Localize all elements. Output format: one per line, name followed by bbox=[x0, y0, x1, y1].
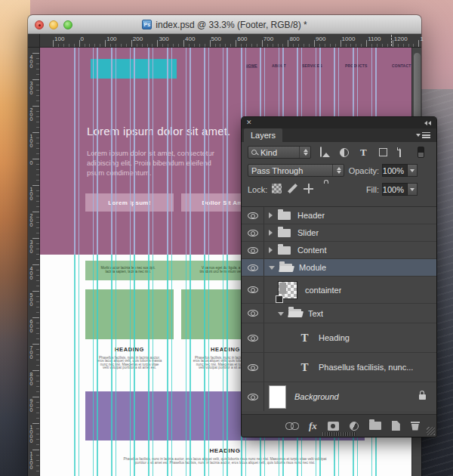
panel-tab-layers[interactable]: Layers bbox=[244, 128, 282, 142]
content-column: HEADINGPhasellus facilisis, nunc in laci… bbox=[85, 289, 174, 379]
opacity-dropdown-arrow[interactable] bbox=[408, 164, 418, 177]
blend-mode-value: Pass Through bbox=[251, 166, 303, 175]
chevron-updown-icon bbox=[299, 147, 308, 158]
layer-name[interactable]: Header bbox=[297, 211, 325, 220]
visibility-toggle[interactable] bbox=[242, 353, 264, 382]
layer-row[interactable]: Module bbox=[242, 259, 436, 277]
disclosure-triangle-icon[interactable] bbox=[278, 312, 284, 316]
layer-name[interactable]: Phasellus facilisis, nunc... bbox=[319, 363, 413, 372]
visibility-toggle[interactable] bbox=[242, 304, 264, 323]
layer-row[interactable]: Background bbox=[242, 382, 436, 411]
visibility-toggle[interactable] bbox=[242, 259, 264, 276]
lock-pixels-icon[interactable] bbox=[288, 184, 297, 193]
nav-item: ABOUT bbox=[272, 63, 286, 68]
layer-styles-fx-icon[interactable]: fx bbox=[309, 421, 317, 431]
filter-shape-icon[interactable] bbox=[379, 148, 387, 156]
panel-menu-icon[interactable] bbox=[416, 132, 430, 138]
visibility-toggle[interactable] bbox=[242, 224, 264, 241]
ruler-label: 800 bbox=[29, 372, 34, 385]
window-titlebar[interactable]: Ps index.psd @ 33.3% (Footer, RGB/8) * bbox=[28, 15, 421, 34]
ruler-label: 500 bbox=[29, 292, 34, 306]
chevron-updown-icon bbox=[332, 165, 341, 176]
new-layer-icon[interactable] bbox=[392, 421, 400, 431]
footer-paragraph: Phasellus facilisis, nunc in lacinia auc… bbox=[48, 457, 402, 474]
layer-name[interactable]: Content bbox=[297, 246, 327, 255]
disclosure-triangle-icon[interactable] bbox=[269, 212, 273, 218]
filter-adjustment-icon[interactable] bbox=[340, 148, 349, 157]
horizontal-ruler[interactable]: 1000100200300400500600700800900100011001… bbox=[28, 34, 421, 48]
layer-name[interactable]: Slider bbox=[297, 228, 319, 237]
transform-badge-icon bbox=[276, 295, 283, 303]
add-layer-mask-icon[interactable] bbox=[328, 422, 339, 431]
fill-dropdown-arrow[interactable] bbox=[408, 183, 418, 196]
layer-row[interactable]: THeading bbox=[242, 323, 436, 353]
visibility-toggle[interactable] bbox=[242, 277, 264, 303]
layer-row[interactable]: TPhasellus facilisis, nunc... bbox=[242, 353, 436, 382]
folder-icon bbox=[278, 229, 291, 237]
panel-collapse-icon[interactable] bbox=[424, 121, 431, 125]
panel-close-icon[interactable]: ✕ bbox=[246, 119, 252, 127]
layer-row[interactable]: Header bbox=[242, 207, 436, 224]
layer-row[interactable]: Content bbox=[242, 242, 436, 259]
filter-smartobject-icon[interactable] bbox=[399, 147, 401, 157]
guide-line bbox=[79, 48, 80, 255]
kind-filter-dropdown[interactable]: Kind bbox=[248, 146, 311, 159]
ruler-label: 400 bbox=[29, 54, 34, 68]
new-group-icon[interactable] bbox=[369, 422, 381, 430]
filter-type-icon[interactable]: T bbox=[360, 147, 367, 157]
ruler-label: 1100 bbox=[29, 451, 34, 469]
adjustment-layer-icon[interactable] bbox=[350, 422, 359, 431]
opacity-value[interactable]: 100% bbox=[382, 164, 408, 177]
disclosure-triangle-icon[interactable] bbox=[269, 266, 275, 270]
ruler-label: 0 bbox=[29, 160, 34, 165]
guide-line bbox=[79, 255, 80, 476]
visibility-toggle[interactable] bbox=[242, 382, 264, 411]
disclosure-triangle-icon[interactable] bbox=[269, 247, 273, 253]
visibility-toggle[interactable] bbox=[242, 323, 264, 352]
ruler-label: 200 bbox=[133, 36, 143, 42]
panel-drag-grip[interactable] bbox=[322, 432, 356, 436]
layer-name[interactable]: containter bbox=[305, 286, 341, 295]
ruler-label: 1 bbox=[420, 36, 423, 42]
layer-thumbnail[interactable] bbox=[269, 385, 286, 409]
panel-resize-grip[interactable] bbox=[427, 427, 435, 435]
hero-paragraph-line: psum condimentum. bbox=[87, 168, 214, 178]
nav-item: CONTACT bbox=[392, 63, 411, 68]
layer-row[interactable]: Slider bbox=[242, 224, 436, 242]
layer-thumbnail[interactable] bbox=[278, 281, 297, 299]
nav-item: HOME bbox=[245, 63, 257, 68]
desktop-wallpaper-left bbox=[0, 0, 30, 476]
footer-paragraph-line: porttitor a sit amet est. Phasellus faci… bbox=[48, 461, 402, 465]
ruler-corner[interactable] bbox=[28, 34, 40, 48]
panel-tab-bar: Layers bbox=[242, 128, 436, 142]
filter-image-icon[interactable] bbox=[320, 147, 322, 157]
layer-row[interactable]: containter bbox=[242, 277, 436, 304]
blend-mode-dropdown[interactable]: Pass Through bbox=[248, 164, 344, 177]
nav-menu: HOMEABOUTSERVICESPRODUCTSCONTACT bbox=[245, 63, 411, 72]
delete-layer-icon[interactable] bbox=[411, 422, 420, 431]
ruler-label: 200 bbox=[29, 107, 34, 121]
fill-value[interactable]: 100% bbox=[382, 183, 408, 196]
layer-name[interactable]: Heading bbox=[319, 333, 350, 342]
lock-transparency-icon[interactable] bbox=[272, 184, 282, 193]
ruler-label: 700 bbox=[29, 345, 34, 359]
filter-toggle-switch[interactable] bbox=[418, 147, 424, 158]
panel-header-bar[interactable]: ✕ bbox=[242, 117, 436, 128]
nav-item: SERVICES bbox=[302, 63, 322, 68]
layer-name[interactable]: Module bbox=[299, 263, 326, 272]
layer-row[interactable]: Text bbox=[242, 304, 436, 323]
vertical-ruler[interactable]: 4003002001000100200300400500600700800900… bbox=[28, 48, 40, 476]
eye-icon bbox=[248, 394, 258, 400]
visibility-toggle[interactable] bbox=[242, 207, 264, 224]
layer-name[interactable]: Background bbox=[294, 392, 339, 401]
layer-name[interactable]: Text bbox=[308, 309, 323, 318]
eye-icon bbox=[248, 264, 258, 271]
eye-icon bbox=[248, 247, 258, 254]
visibility-toggle[interactable] bbox=[242, 242, 264, 258]
folder-icon bbox=[278, 246, 291, 255]
lock-position-icon[interactable] bbox=[304, 184, 313, 193]
link-layers-icon[interactable] bbox=[285, 422, 298, 429]
nav-item: PRODUCTS bbox=[345, 63, 368, 68]
disclosure-triangle-icon[interactable] bbox=[269, 230, 273, 236]
hero-paragraph-line: Lorem ipsum dolor sit amet, consectetur bbox=[87, 148, 214, 158]
